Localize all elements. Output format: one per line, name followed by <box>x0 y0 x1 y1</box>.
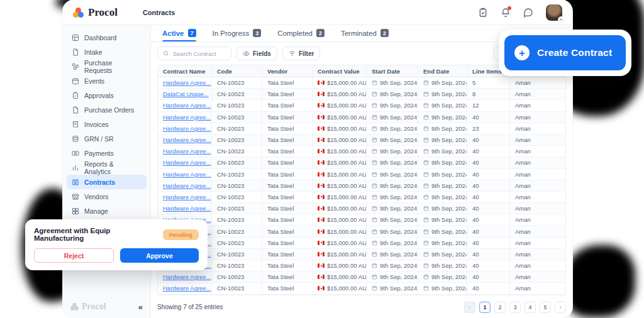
contract-name-link[interactable]: Hardware Agree... <box>163 79 211 86</box>
search-contract-box[interactable] <box>157 47 231 60</box>
reject-button[interactable]: Reject <box>34 248 114 263</box>
line-items-cell: 40 <box>467 134 510 145</box>
contract-name-link[interactable]: Hardware Agree... <box>163 285 211 292</box>
contract-name-link[interactable]: Hardware Agree... <box>163 102 211 109</box>
contract-name-link[interactable]: Hardware Agree... <box>163 205 211 212</box>
sidebar-item-invoices[interactable]: Invoices <box>67 117 147 131</box>
sidebar-item-purchase-orders[interactable]: Purchase Orders <box>67 102 147 117</box>
sidebar-item-label: GRN / SR <box>84 135 114 143</box>
page-button-1[interactable]: 1 <box>479 302 491 313</box>
contract-value-cell: $15,000.00 AUD <box>313 203 367 214</box>
code-cell: CN-10023 <box>212 226 262 236</box>
line-items-cell: 40 <box>467 214 510 225</box>
book-icon <box>72 178 79 186</box>
code-cell: CN-10023 <box>212 192 262 202</box>
canada-flag-icon <box>318 286 325 290</box>
contract-name-link[interactable]: Hardware Agree... <box>163 182 211 189</box>
contract-name-link[interactable]: Hardware Agree... <box>163 148 211 155</box>
vendor-cell: Tata Steel <box>262 192 313 202</box>
sidebar-item-contracts[interactable]: Contracts <box>67 175 147 189</box>
table-row: Hardware Agree...CN-10023Tata Steel$15,0… <box>158 238 565 249</box>
table-row: Hardware Agree...CN-10023Tata Steel$15,0… <box>158 157 565 168</box>
filter-button[interactable]: Filter <box>282 47 320 60</box>
calendar-icon <box>372 137 377 143</box>
table-row: DataCat Usage...CN-10023Tata Steel$15,00… <box>158 89 565 100</box>
sidebar-item-dashboard[interactable]: Dashboard <box>67 30 147 45</box>
owner-cell: Aman <box>510 238 565 248</box>
sidebar-item-label: Invoices <box>84 121 109 128</box>
line-items-cell: 40 <box>467 157 510 168</box>
contract-name-link[interactable]: Hardware Agree... <box>163 114 211 121</box>
start-date-cell: 9th Sep, 2024 <box>367 157 418 168</box>
calendar-icon <box>423 263 429 268</box>
sidebar-item-approvals[interactable]: Approvals <box>67 88 147 102</box>
tab-in-progress[interactable]: In Progress3 <box>213 29 262 41</box>
sidebar-item-intake[interactable]: Intake <box>67 45 147 59</box>
contract-value-cell: $15,000.00 AUD <box>313 271 367 282</box>
approve-button[interactable]: Approve <box>120 248 199 263</box>
dashboard-icon <box>72 34 79 41</box>
contract-name-link[interactable]: Hardware Agree... <box>163 159 211 166</box>
contract-value-cell: $15,000.00 AUD <box>313 180 367 191</box>
sidebar-item-purchase-requests[interactable]: Purchase Requests <box>67 59 147 74</box>
start-date-cell: 9th Sep, 2024 <box>367 214 418 225</box>
line-items-cell: 40 <box>467 226 510 236</box>
canada-flag-icon <box>318 80 325 85</box>
tab-active[interactable]: Active7 <box>162 29 196 41</box>
vendor-cell: Tata Steel <box>262 100 313 111</box>
prev-page-button[interactable]: ‹ <box>464 302 475 313</box>
vendor-cell: Tata Steel <box>262 180 313 191</box>
fields-button[interactable]: Fields <box>236 47 277 60</box>
sidebar-item-reports-analytics[interactable]: Reports & Analytics <box>67 160 147 175</box>
sidebar-item-events[interactable]: Events <box>67 74 147 88</box>
table-row: Hardware Agree...CN-10023Tata Steel$15,0… <box>158 283 565 294</box>
calendar-icon <box>423 160 429 165</box>
filter-label: Filter <box>299 50 314 57</box>
clipboard-check-icon[interactable] <box>478 8 488 18</box>
chat-icon[interactable] <box>523 8 533 18</box>
sidebar-item-manage[interactable]: Manage <box>67 204 147 218</box>
start-date-cell: 9th Sep, 2024 <box>367 180 418 191</box>
sidebar-item-grn-sr[interactable]: GRN / SR <box>67 131 147 146</box>
create-contract-button[interactable]: + Create Contract <box>504 35 626 70</box>
calendar-icon <box>423 285 429 291</box>
end-date-cell: 9th Sep, 2024 <box>418 249 467 260</box>
sidebar-item-payments[interactable]: Payments <box>67 146 147 160</box>
store-icon <box>72 193 79 200</box>
contract-name-link[interactable]: Hardware Agree... <box>163 194 211 200</box>
line-items-cell: 40 <box>467 283 510 293</box>
contract-name-link[interactable]: Hardware Agree... <box>163 171 211 178</box>
code-cell: CN-10023 <box>212 260 262 271</box>
contract-name-link[interactable]: Hardware Agree... <box>163 125 211 132</box>
page-button-4[interactable]: 4 <box>525 302 536 313</box>
sidebar-item-vendors[interactable]: Vendors <box>67 189 147 204</box>
calendar-icon <box>372 160 377 165</box>
page-button-2[interactable]: 2 <box>494 302 506 313</box>
column-header: Contract Name <box>158 65 212 77</box>
code-cell: CN-10023 <box>212 112 262 123</box>
column-header: Code <box>212 65 262 77</box>
page-button-3[interactable]: 3 <box>509 302 521 313</box>
tab-terminated[interactable]: Terminated2 <box>341 29 389 41</box>
contract-name-link[interactable]: Hardware Agree... <box>163 273 211 280</box>
sidebar-collapse-button[interactable]: « <box>138 302 143 312</box>
contract-name-link[interactable]: DataCat Usage... <box>163 90 209 97</box>
table-row: Hardware Agree...CN-10023Tata Steel$15,0… <box>158 260 565 271</box>
tab-count-badge: 3 <box>253 29 261 37</box>
sidebar-item-label: Events <box>84 77 104 85</box>
tab-completed[interactable]: Completed2 <box>277 29 325 41</box>
sidebar: DashboardIntakePurchase RequestsEventsAp… <box>63 25 151 318</box>
user-avatar[interactable]: ▾ <box>546 4 562 21</box>
end-date-cell: 9th Sep, 2024 <box>418 100 467 111</box>
vendor-cell: Tata Steel <box>262 238 313 248</box>
page-button-5[interactable]: 5 <box>540 302 551 313</box>
create-contract-label: Create Contract <box>537 47 612 58</box>
contract-name-link[interactable]: Hardware Agree... <box>163 136 211 143</box>
next-page-button[interactable]: › <box>555 302 566 313</box>
bell-icon[interactable] <box>501 8 511 18</box>
contract-value-cell: $15,000.00 AUD <box>313 112 367 123</box>
start-date-cell: 9th Sep, 2024 <box>367 123 418 134</box>
sidebar-item-label: Dashboard <box>84 34 116 41</box>
search-input[interactable] <box>173 50 223 57</box>
calendar-icon <box>423 274 429 280</box>
